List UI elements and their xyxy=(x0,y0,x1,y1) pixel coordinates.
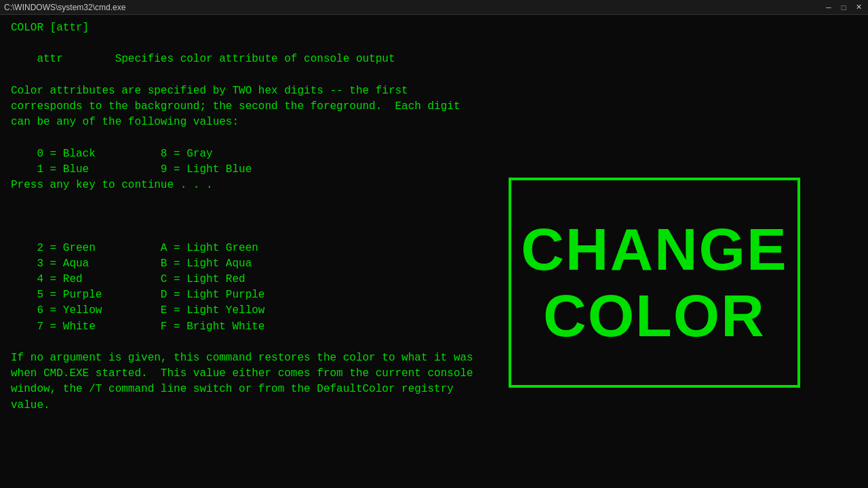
cmd-line-18: 5 = Purple D = Light Purple xyxy=(11,289,264,301)
cmd-line-19: 6 = Yellow E = Light Yellow xyxy=(11,304,264,317)
cmd-line-9: 0 = Black 8 = Gray xyxy=(11,148,213,160)
cmd-line-15: 2 = Green A = Light Green xyxy=(11,242,258,254)
change-color-banner: CHANGE COLOR xyxy=(509,178,800,388)
cmd-line-23: when CMD.EXE started. This value either … xyxy=(11,367,473,380)
cmd-line-10: 1 = Blue 9 = Light Blue xyxy=(11,163,252,176)
cmd-window: COLOR [attr] attr Specifies color attrib… xyxy=(0,15,868,488)
cmd-line-20: 7 = White F = Bright White xyxy=(11,321,264,333)
cmd-line-7: can be any of the following values: xyxy=(11,116,239,128)
title-bar-controls: ─ □ ✕ xyxy=(823,2,864,13)
minimize-button[interactable]: ─ xyxy=(823,2,834,13)
cmd-line-16: 3 = Aqua B = Light Aqua xyxy=(11,258,252,270)
title-bar: C:\WINDOWS\system32\cmd.exe ─ □ ✕ xyxy=(0,0,868,15)
banner-line-2: COLOR xyxy=(543,286,766,346)
cmd-line-5: Color attributes are specified by TWO he… xyxy=(11,85,408,97)
cmd-line-17: 4 = Red C = Light Red xyxy=(11,273,245,285)
close-button[interactable]: ✕ xyxy=(853,2,864,13)
cmd-line-11: Press any key to continue . . . xyxy=(11,179,213,191)
maximize-button[interactable]: □ xyxy=(838,2,849,13)
cmd-line-25: value. xyxy=(11,399,50,411)
cmd-line-24: window, the /T command line switch or fr… xyxy=(11,383,454,395)
cmd-line-22: If no argument is given, this command re… xyxy=(11,352,473,364)
title-bar-text: C:\WINDOWS\system32\cmd.exe xyxy=(4,3,125,12)
cmd-line-6: corresponds to the background; the secon… xyxy=(11,100,460,113)
banner-line-1: CHANGE xyxy=(521,220,787,279)
cmd-line-3: attr Specifies color attribute of consol… xyxy=(11,53,395,65)
cmd-line-1: COLOR [attr] xyxy=(11,22,89,34)
